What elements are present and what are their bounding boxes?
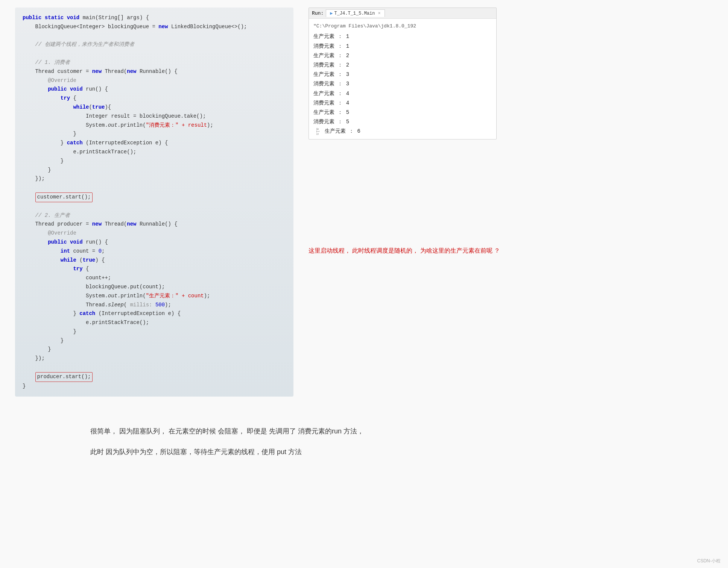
content-area: public static void main(String[] args) {…	[15, 8, 713, 397]
code-line-24: System.out.println("生产元素：" + count);	[23, 292, 286, 301]
run-output-line-8: 消费元素 ： 4	[313, 98, 492, 108]
code-line-17: @Override	[23, 229, 286, 238]
run-output-line-11: 生产元素 ： 6	[325, 127, 360, 136]
code-comment-1: // 创建两个线程，来作为生产者和消费者	[23, 40, 286, 49]
annotation-content: 这里启动线程， 此时线程调度是随机的， 为啥这里的生产元素在前呢 ？	[309, 247, 500, 254]
run-output-line-2: 消费元素 ： 1	[313, 42, 492, 51]
code-line-15: });	[23, 174, 286, 183]
code-blank-2	[23, 49, 286, 58]
code-line-27: e.printStackTrace();	[23, 318, 286, 327]
side-label: als	[313, 128, 321, 135]
code-line-32: }	[23, 382, 286, 391]
code-line-producer-start: producer.start();	[23, 372, 286, 382]
run-output-line-5: 生产元素 ： 3	[313, 70, 492, 79]
code-line-22: count++;	[23, 274, 286, 283]
code-line-1: public static void main(String[] args) {	[23, 14, 286, 23]
code-line-9: System.out.println("消费元素：" + result);	[23, 121, 286, 130]
code-blank-5	[23, 363, 286, 372]
code-line-31: });	[23, 354, 286, 363]
code-line-12: e.printStackTrace();	[23, 148, 286, 157]
code-line-18: public void run() {	[23, 238, 286, 247]
run-output-line-7: 生产元素 ： 4	[313, 89, 492, 98]
code-line-customer-start: customer.start();	[23, 192, 286, 202]
explanation-line-2: 此时 因为队列中为空，所以阻塞，等待生产元素的线程，使用 put 方法	[90, 444, 638, 460]
page-container: public static void main(String[] args) {…	[0, 0, 728, 568]
code-line-8: Integer result = blockingQueue.take();	[23, 112, 286, 121]
run-tab[interactable]: ▶ T_J4.T_1_5.Main ×	[326, 9, 385, 17]
code-line-21: try {	[23, 265, 286, 274]
run-label: Run:	[312, 11, 324, 16]
run-body: "C:\Program Files\Java\jdk1.8.0_192 生产元素…	[309, 19, 496, 139]
code-line-10: }	[23, 130, 286, 139]
run-output-panel: Run: ▶ T_J4.T_1_5.Main × "C:\Program Fil…	[309, 8, 497, 139]
code-line-4: @Override	[23, 76, 286, 85]
run-tab-close[interactable]: ×	[378, 11, 380, 16]
code-content: public static void main(String[] args) {…	[15, 8, 293, 397]
code-line-14: }	[23, 166, 286, 175]
explanation-section: 很简单， 因为阻塞队列， 在元素空的时候 会阻塞， 即便是 先调用了 消费元素的…	[15, 412, 713, 476]
code-blank-1	[23, 32, 286, 41]
code-line-2: BlockingQueue<Integer> blockingQueue = n…	[23, 23, 286, 32]
code-line-20: while (true) {	[23, 256, 286, 265]
code-line-29: }	[23, 336, 286, 345]
code-line-3: Thread customer = new Thread(new Runnabl…	[23, 67, 286, 76]
run-header: Run: ▶ T_J4.T_1_5.Main ×	[309, 8, 496, 19]
code-blank-4	[23, 202, 286, 211]
run-output-line-9: 生产元素 ： 5	[313, 108, 492, 117]
code-blank-3	[23, 183, 286, 192]
run-path: "C:\Program Files\Java\jdk1.8.0_192	[313, 22, 492, 30]
code-line-28: }	[23, 327, 286, 336]
code-line-6: try {	[23, 94, 286, 103]
code-line-19: int count = 0;	[23, 247, 286, 256]
code-comment-2: // 1. 消费者	[23, 58, 286, 67]
code-line-23: blockingQueue.put(count);	[23, 283, 286, 292]
code-comment-3: // 2. 生产者	[23, 211, 286, 220]
run-output-line-4: 消费元素 ： 2	[313, 61, 492, 70]
code-section: public static void main(String[] args) {…	[15, 8, 293, 397]
explanation-line-1: 很简单， 因为阻塞队列， 在元素空的时候 会阻塞， 即便是 先调用了 消费元素的…	[90, 423, 638, 440]
code-line-16: Thread producer = new Thread(new Runnabl…	[23, 220, 286, 229]
run-output-line-10: 消费元素 ： 5	[313, 117, 492, 127]
right-panel: Run: ▶ T_J4.T_1_5.Main × "C:\Program Fil…	[309, 8, 713, 397]
code-line-5: public void run() {	[23, 85, 286, 94]
code-line-25: Thread.sleep( millis: 500);	[23, 301, 286, 310]
run-output-line-6: 消费元素 ： 3	[313, 79, 492, 89]
run-tab-label: T_J4.T_1_5.Main	[334, 11, 375, 16]
run-icon: ▶	[330, 11, 333, 16]
annotation-text: 这里启动线程， 此时线程调度是随机的， 为啥这里的生产元素在前呢 ？	[309, 245, 713, 257]
branding-label: CSDN-小程	[697, 558, 720, 564]
code-line-30: }	[23, 345, 286, 354]
run-output-line-3: 生产元素 ： 2	[313, 51, 492, 61]
run-output-line-1: 生产元素 ： 1	[313, 32, 492, 41]
code-line-13: }	[23, 157, 286, 166]
code-line-26: } catch (InterruptedException e) {	[23, 309, 286, 318]
code-line-11: } catch (InterruptedException e) {	[23, 139, 286, 148]
code-line-7: while(true){	[23, 103, 286, 112]
